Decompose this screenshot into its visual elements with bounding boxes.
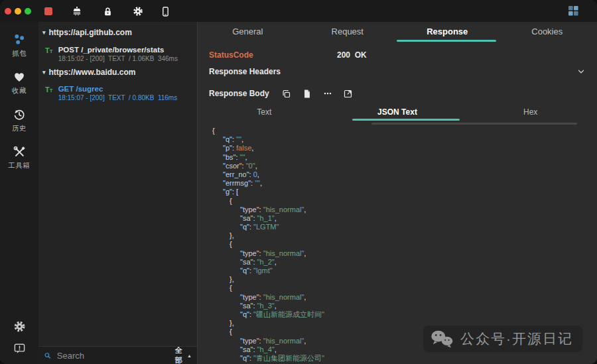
json-code-line: "g": [: [212, 188, 597, 196]
json-code-line: {: [212, 240, 597, 249]
content-type-badge: TT: [45, 46, 53, 54]
record-stop-button[interactable]: [44, 7, 52, 15]
active-tab-underline: [397, 40, 496, 42]
heart-icon: [0, 70, 38, 84]
request-meta: 18:15:07 - [200] TEXT / 0.80KB 116ms: [58, 94, 178, 101]
response-body-row: Response Body: [209, 88, 354, 99]
chevron-down-icon[interactable]: [576, 67, 586, 76]
tab-request[interactable]: Request: [298, 22, 398, 42]
toolbox-icon: [0, 145, 38, 159]
layout-grid-icon[interactable]: [568, 6, 578, 16]
collapse-triangle-icon[interactable]: ▾: [42, 29, 46, 36]
request-entry-selected[interactable]: TT GET /sugrec 18:15:07 - [200] TEXT / 0…: [45, 85, 177, 101]
request-title: GET /sugrec: [58, 85, 178, 93]
titlebar: [0, 0, 597, 22]
zoom-button[interactable]: [25, 8, 31, 15]
json-code-line: "sa": "h_3",: [212, 302, 597, 310]
json-code-line: "sa": "h_1",: [212, 214, 597, 223]
open-editor-icon[interactable]: [342, 88, 354, 99]
json-code-line: "q": "疆山新能源成立时间": [212, 310, 597, 319]
settings-gear-icon: [13, 320, 27, 334]
encoding-dots-icon[interactable]: [322, 88, 334, 99]
json-code-line: "sa": "h_2",: [212, 258, 597, 267]
status-code-row: StatusCode 200 OK: [209, 50, 253, 60]
request-title: POST /_private/browser/stats: [58, 46, 178, 54]
json-code-line: "type": "his_normal",: [212, 293, 597, 302]
search-input[interactable]: [56, 350, 175, 361]
filter-dropdown[interactable]: 全部 ▲: [175, 345, 192, 364]
json-code-line: "errmsg": "",: [212, 179, 597, 188]
json-code-line: {: [212, 197, 597, 206]
json-code-line: "q": "",: [212, 135, 597, 144]
filter-label: 全部: [175, 345, 185, 364]
wechat-icon: [430, 329, 454, 349]
sidebar-item-toolbox[interactable]: 工具箱: [0, 145, 38, 170]
response-headers-label: Response Headers: [209, 67, 281, 76]
request-meta: 18:15:02 - [200] TEXT / 1.06KB 346ms: [58, 55, 178, 62]
status-code-label: StatusCode: [209, 50, 253, 60]
minimize-button[interactable]: [15, 8, 21, 15]
phone-mirror-icon[interactable]: [159, 5, 172, 18]
capture-nodes-icon: [0, 32, 38, 47]
search-bar: 全部 ▲: [38, 346, 197, 364]
host-group-baidu[interactable]: ▾ https://www.baidu.com: [42, 68, 135, 77]
watermark-text: 公众号·开源日记: [460, 330, 573, 348]
clear-brush-icon[interactable]: [70, 5, 84, 18]
tab-json-text[interactable]: JSON Text: [331, 106, 464, 118]
host-url: https://api.github.com: [49, 28, 132, 37]
collapse-triangle-icon[interactable]: ▾: [42, 69, 46, 76]
sidebar-item-label: 历史: [0, 124, 38, 133]
json-code-line: },: [212, 275, 597, 284]
sidebar-item-capture[interactable]: 抓包: [0, 32, 38, 58]
json-code-line: "type": "his_normal",: [212, 206, 597, 214]
json-code-line: "bs": "",: [212, 153, 597, 162]
close-button[interactable]: [5, 8, 11, 15]
json-code-line: "q": "LGTM": [212, 223, 597, 231]
sidebar-item-favorites[interactable]: 收藏: [0, 70, 38, 95]
request-entry[interactable]: TT POST /_private/browser/stats 18:15:02…: [45, 46, 178, 62]
active-subtab-underline: [352, 119, 460, 121]
sidebar-item-label: 工具箱: [0, 161, 38, 170]
json-code-line: "type": "his_normal",: [212, 249, 597, 258]
icon-sidebar: 抓包 收藏 历史: [0, 22, 38, 364]
request-list-panel: ▾ https://api.github.com TT POST /_priva…: [38, 22, 197, 364]
content-type-badge: TT: [45, 86, 53, 93]
json-code-line: "q": "lgmt": [212, 267, 597, 275]
response-headers-row[interactable]: Response Headers: [209, 67, 586, 76]
host-group-github[interactable]: ▾ https://api.github.com: [42, 28, 132, 37]
watermark: 公众号·开源日记: [423, 326, 582, 352]
proxy-lock-icon[interactable]: [101, 5, 114, 18]
detail-tab-bar: General Request Response Cookies: [198, 22, 597, 42]
history-icon: [0, 107, 38, 122]
tab-hex[interactable]: Hex: [464, 106, 597, 118]
tab-response[interactable]: Response: [397, 22, 498, 42]
body-format-tab-bar: Text JSON Text Hex: [198, 106, 597, 118]
json-code-line: "q": "青山集团新能源公司": [212, 354, 597, 363]
sidebar-item-label: 抓包: [0, 49, 38, 58]
json-code-line: "err_no": 0,: [212, 170, 597, 179]
sidebar-item-history[interactable]: 历史: [0, 107, 38, 133]
sidebar-settings-button[interactable]: [0, 320, 38, 334]
json-code-line: {: [212, 284, 597, 292]
settings-gear-icon[interactable]: [131, 5, 145, 18]
response-detail-panel: General Request Response Cookies StatusC…: [198, 22, 597, 364]
search-icon: [44, 351, 52, 361]
sidebar-item-label: 收藏: [0, 86, 38, 95]
json-code-line: "csor": "0",: [212, 162, 597, 170]
json-code-line: {: [212, 127, 597, 135]
tab-general[interactable]: General: [198, 22, 298, 42]
document-icon[interactable]: [301, 88, 313, 99]
host-url: https://www.baidu.com: [49, 68, 136, 77]
tab-text[interactable]: Text: [198, 106, 331, 118]
sidebar-feedback-button[interactable]: [0, 342, 38, 355]
feedback-icon: [13, 342, 26, 355]
tab-cookies[interactable]: Cookies: [498, 22, 597, 42]
json-code-line: },: [212, 231, 597, 240]
scrollbar-thumb[interactable]: [371, 123, 577, 125]
response-body-label: Response Body: [209, 89, 269, 98]
status-code-value: 200 OK: [337, 50, 367, 60]
app-window: 抓包 收藏 历史: [0, 0, 597, 364]
copy-icon[interactable]: [281, 88, 293, 99]
json-code-line: "p": false,: [212, 144, 597, 152]
triangle-up-icon: ▲: [187, 353, 192, 358]
